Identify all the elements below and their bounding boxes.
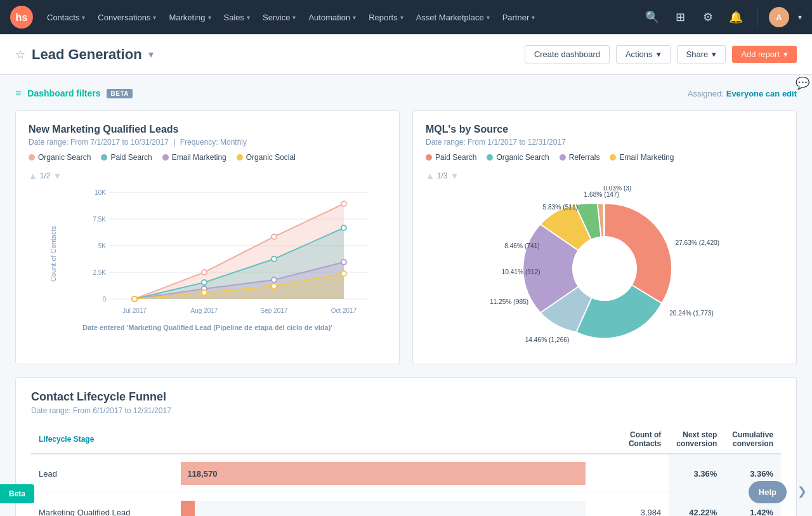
legend-organic-search: Organic Search <box>487 153 549 162</box>
search-icon[interactable]: 🔍 <box>643 8 662 27</box>
svg-point-33 <box>202 290 207 295</box>
mql-source-title: MQL's by Source <box>426 124 783 135</box>
charts-row: New Marketing Qualified Leads Date range… <box>15 110 797 364</box>
assigned-value[interactable]: Everyone can edit <box>726 89 797 98</box>
x-axis-label: Date entered 'Marketing Qualified Lead (… <box>29 324 386 331</box>
svg-text:20.24% (1,773): 20.24% (1,773) <box>669 310 714 317</box>
nav-automation[interactable]: Automation ▾ <box>302 0 362 34</box>
add-report-button[interactable]: Add report ▾ <box>732 46 797 63</box>
nav-asset-marketplace[interactable]: Asset Marketplace ▾ <box>410 0 496 34</box>
chart2-pagination: ▲ 1/3 ▼ <box>426 171 783 181</box>
svg-text:5.83% (511): 5.83% (511) <box>543 204 579 211</box>
mql-source-chart-card: MQL's by Source Date range: From 1/1/201… <box>412 110 797 364</box>
nav-marketing[interactable]: Marketing ▾ <box>162 0 217 34</box>
funnel-subtitle: Date range: From 6/1/2017 to 12/31/2017 <box>31 406 781 415</box>
nav-partner[interactable]: Partner ▾ <box>496 0 542 34</box>
chevron-down-icon: ▾ <box>487 14 490 21</box>
beta-button[interactable]: Beta <box>0 484 34 503</box>
avatar-chevron-icon[interactable]: ▾ <box>798 13 802 22</box>
nav-reports[interactable]: Reports ▾ <box>362 0 410 34</box>
assigned-label: Assigned: <box>688 89 724 98</box>
nav-conversations[interactable]: Conversations ▾ <box>91 0 162 34</box>
svg-text:5K: 5K <box>98 242 107 249</box>
chevron-down-icon: ▾ <box>783 50 788 59</box>
next-step-lead: 3.36% <box>669 454 724 493</box>
svg-point-29 <box>272 277 277 282</box>
page-title-area: ☆ Lead Generation ▾ <box>15 46 154 63</box>
legend-dot <box>29 154 35 161</box>
count-mql: 3,984 <box>593 493 669 517</box>
nav-sales[interactable]: Sales ▾ <box>218 0 257 34</box>
table-row: Lead 118,570 3.36% 3.36% <box>31 454 781 493</box>
pagination-down-icon[interactable]: ▼ <box>450 171 459 181</box>
svg-point-18 <box>202 270 207 275</box>
actions-button[interactable]: Actions ▾ <box>616 45 671 63</box>
col-lifecycle-stage: Lifecycle Stage <box>31 425 181 454</box>
mql-chart-subtitle: Date range: From 7/1/2017 to 10/31/2017 … <box>29 138 386 147</box>
col-next-step: Next stepconversion <box>669 425 724 454</box>
count-lead <box>593 454 669 493</box>
mql-legend: Organic Search Paid Search Email Marketi… <box>29 153 386 162</box>
svg-text:10K: 10K <box>95 189 106 196</box>
nav-service[interactable]: Service ▾ <box>256 0 302 34</box>
settings-icon[interactable]: ⚙ <box>698 8 717 27</box>
svg-text:2.5K: 2.5K <box>93 269 106 276</box>
chevron-down-icon: ▾ <box>208 14 211 21</box>
svg-text:Oct 2017: Oct 2017 <box>331 307 357 314</box>
col-bar <box>181 425 593 454</box>
notifications-icon[interactable]: 🔔 <box>726 8 745 27</box>
dashboard-filters-label[interactable]: Dashboard filters <box>27 88 100 98</box>
help-button[interactable]: Help <box>749 481 787 503</box>
svg-point-25 <box>341 225 346 230</box>
legend-email-marketing: Email Marketing <box>162 153 226 162</box>
svg-text:Sep 2017: Sep 2017 <box>261 307 288 314</box>
svg-text:8.46% (741): 8.46% (741) <box>504 242 540 249</box>
y-axis-label: Count of Contacts <box>49 225 57 281</box>
favorite-icon[interactable]: ☆ <box>15 48 25 62</box>
page-header: ☆ Lead Generation ▾ Create dashboard Act… <box>0 34 812 75</box>
pie-chart-svg: 27.63% (2,420) 20.24% (1,773) 14.46% (1,… <box>426 186 783 351</box>
chevron-down-icon: ▾ <box>657 50 661 59</box>
avatar[interactable]: A <box>769 7 789 27</box>
pagination-up-icon[interactable]: ▲ <box>426 171 435 181</box>
chevron-down-icon: ▾ <box>400 14 403 21</box>
bar-cell-lead: 118,570 <box>181 454 593 493</box>
nav-items: Contacts ▾ Conversations ▾ Marketing ▾ S… <box>41 0 643 34</box>
right-nav-arrow[interactable]: ❯ <box>792 479 812 503</box>
create-dashboard-button[interactable]: Create dashboard <box>525 45 610 63</box>
assigned-area: Assigned: Everyone can edit <box>688 88 797 98</box>
legend-dot <box>162 154 169 161</box>
legend-organic-search: Organic Search <box>29 153 91 162</box>
pagination-down-icon[interactable]: ▼ <box>53 171 62 181</box>
legend-paid-search: Paid Search <box>101 153 152 162</box>
legend-dot <box>101 154 107 161</box>
title-dropdown-icon[interactable]: ▾ <box>148 48 154 60</box>
svg-point-36 <box>572 236 637 301</box>
apps-icon[interactable]: ⊞ <box>671 8 690 27</box>
chevron-down-icon: ▾ <box>153 14 156 21</box>
funnel-table: Lifecycle Stage Count of Contacts Next s… <box>31 425 781 516</box>
svg-point-20 <box>341 201 346 206</box>
svg-point-35 <box>341 271 346 276</box>
legend-dot <box>560 154 566 161</box>
legend-organic-social: Organic Social <box>237 153 296 162</box>
hubspot-logo[interactable]: hs <box>10 6 33 29</box>
share-button[interactable]: Share ▾ <box>677 45 726 63</box>
chevron-down-icon: ▾ <box>247 14 250 21</box>
bar-cell-mql <box>181 493 593 517</box>
page-title: Lead Generation <box>32 46 142 63</box>
filter-icon: ≡ <box>15 88 21 99</box>
chart1-pagination: ▲ 1/2 ▼ <box>29 171 386 181</box>
funnel-card: Contact Lifecycle Funnel Date range: Fro… <box>15 377 797 516</box>
mql-source-subtitle: Date range: From 1/1/2017 to 12/31/2017 <box>426 138 783 147</box>
mql-source-legend: Paid Search Organic Search Referrals Ema… <box>426 153 783 162</box>
svg-text:0: 0 <box>102 296 106 303</box>
pagination-up-icon[interactable]: ▲ <box>29 171 37 181</box>
svg-text:7.5K: 7.5K <box>93 216 106 223</box>
svg-text:hs: hs <box>16 11 28 23</box>
chat-icon[interactable]: 💬 <box>796 76 809 90</box>
nav-contacts[interactable]: Contacts ▾ <box>41 0 91 34</box>
table-row: Marketing Qualified Lead 3,984 42.22% 1.… <box>31 493 781 517</box>
stage-mql: Marketing Qualified Lead <box>31 493 181 517</box>
chevron-down-icon: ▾ <box>532 14 535 21</box>
